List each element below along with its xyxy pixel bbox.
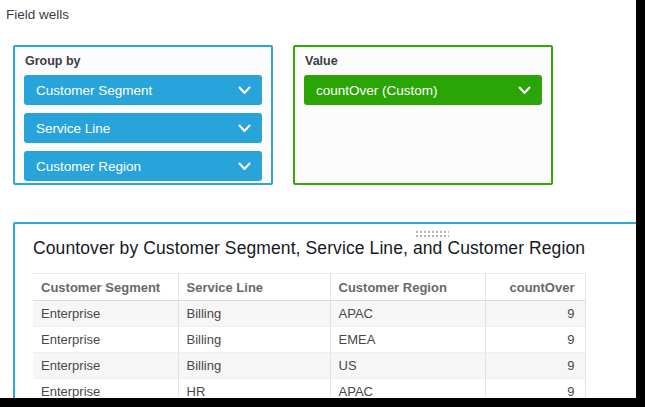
cell-customer-segment: Enterprise bbox=[33, 353, 178, 379]
column-header-service-line[interactable]: Service Line bbox=[178, 274, 330, 301]
field-pill-label: Customer Region bbox=[36, 159, 141, 174]
table-row: Enterprise Billing EMEA 9 bbox=[33, 327, 585, 353]
table-visual-card[interactable]: Countover by Customer Segment, Service L… bbox=[13, 222, 645, 407]
field-pill-label: countOver (Custom) bbox=[316, 83, 438, 98]
screen-edge-bottom bbox=[0, 398, 645, 407]
screen-edge-right bbox=[636, 0, 645, 407]
column-header-countover[interactable]: countOver bbox=[485, 274, 585, 301]
field-pill-customer-segment[interactable]: Customer Segment bbox=[24, 75, 262, 105]
table-row: Enterprise Billing APAC 9 bbox=[33, 301, 585, 327]
field-pill-countover[interactable]: countOver (Custom) bbox=[304, 75, 542, 105]
visual-title: Countover by Customer Segment, Service L… bbox=[33, 238, 585, 259]
field-pill-service-line[interactable]: Service Line bbox=[24, 113, 262, 143]
drag-handle-icon[interactable] bbox=[415, 230, 449, 238]
cell-service-line: Billing bbox=[178, 353, 330, 379]
field-pill-label: Customer Segment bbox=[36, 83, 152, 98]
cell-customer-segment: Enterprise bbox=[33, 301, 178, 327]
chevron-down-icon[interactable] bbox=[238, 124, 251, 133]
cell-service-line: Billing bbox=[178, 301, 330, 327]
panel-title: Field wells bbox=[6, 7, 69, 22]
group-by-label: Group by bbox=[25, 54, 262, 68]
value-well[interactable]: Value countOver (Custom) bbox=[293, 45, 553, 185]
pivot-table: Customer Segment Service Line Customer R… bbox=[33, 273, 586, 405]
cell-service-line: Billing bbox=[178, 327, 330, 353]
column-header-customer-region[interactable]: Customer Region bbox=[330, 274, 485, 301]
column-header-customer-segment[interactable]: Customer Segment bbox=[33, 274, 178, 301]
table-row: Enterprise Billing US 9 bbox=[33, 353, 585, 379]
table-header-row: Customer Segment Service Line Customer R… bbox=[33, 274, 585, 301]
field-pill-label: Service Line bbox=[36, 121, 110, 136]
cell-customer-region: US bbox=[330, 353, 485, 379]
cell-customer-region: EMEA bbox=[330, 327, 485, 353]
chevron-down-icon[interactable] bbox=[518, 86, 531, 95]
group-by-well[interactable]: Group by Customer Segment Service Line C… bbox=[13, 45, 273, 185]
field-wells-panel: Field wells Group by Customer Segment Se… bbox=[0, 0, 645, 407]
cell-countover: 9 bbox=[485, 301, 585, 327]
chevron-down-icon[interactable] bbox=[238, 86, 251, 95]
cell-customer-region: APAC bbox=[330, 301, 485, 327]
cell-countover: 9 bbox=[485, 327, 585, 353]
cell-customer-segment: Enterprise bbox=[33, 327, 178, 353]
value-label: Value bbox=[305, 54, 542, 68]
cell-countover: 9 bbox=[485, 353, 585, 379]
chevron-down-icon[interactable] bbox=[238, 162, 251, 171]
field-pill-customer-region[interactable]: Customer Region bbox=[24, 151, 262, 181]
